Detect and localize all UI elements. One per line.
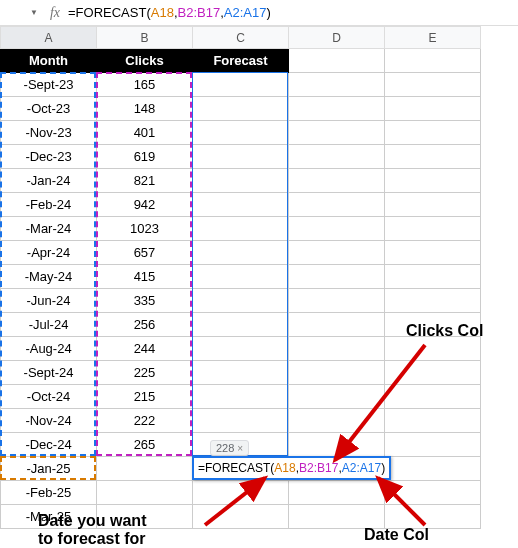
cell[interactable] [385,361,481,385]
cell[interactable] [289,217,385,241]
cell-clicks[interactable]: 222 [97,409,193,433]
col-header-b[interactable]: B [97,27,193,49]
cell[interactable] [289,433,385,457]
cell[interactable] [289,505,385,529]
cell[interactable] [289,337,385,361]
col-header-d[interactable]: D [289,27,385,49]
cell[interactable] [289,73,385,97]
cell-clicks[interactable]: 415 [97,265,193,289]
cell[interactable] [385,433,481,457]
cell[interactable] [385,241,481,265]
cell-clicks[interactable]: 619 [97,145,193,169]
cell-clicks[interactable]: 165 [97,73,193,97]
cell-month[interactable]: -Aug-24 [1,337,97,361]
cell-month[interactable]: -Oct-24 [1,385,97,409]
cell-clicks[interactable]: 244 [97,337,193,361]
cell-month[interactable]: -Apr-24 [1,241,97,265]
cell-forecast[interactable] [193,97,289,121]
cell[interactable] [385,457,481,481]
cell[interactable] [385,505,481,529]
formula-bar-input[interactable]: =FORECAST(A18,B2:B17,A2:A17) [68,5,271,20]
header-month[interactable]: Month [1,49,97,73]
cell-month[interactable]: -Dec-24 [1,433,97,457]
cell-clicks[interactable]: 225 [97,361,193,385]
cell[interactable] [289,241,385,265]
cell-forecast[interactable] [193,409,289,433]
cell[interactable] [385,121,481,145]
cell-clicks[interactable] [97,457,193,481]
cell[interactable] [289,481,385,505]
cell[interactable] [289,169,385,193]
cell-month[interactable]: -Jan-25 [1,457,97,481]
cell-clicks[interactable]: 821 [97,169,193,193]
cell[interactable] [385,289,481,313]
cell-forecast[interactable] [193,193,289,217]
cell[interactable] [289,193,385,217]
cell[interactable] [289,289,385,313]
cell-month[interactable]: -Jan-24 [1,169,97,193]
cell-forecast[interactable] [193,481,289,505]
cell-forecast[interactable] [193,217,289,241]
cell-clicks[interactable]: 401 [97,121,193,145]
cell-month[interactable]: -Sept-24 [1,361,97,385]
cell-forecast[interactable] [193,337,289,361]
cell-forecast[interactable] [193,361,289,385]
cell-forecast[interactable] [193,241,289,265]
cell-clicks[interactable]: 256 [97,313,193,337]
cell[interactable] [385,145,481,169]
cell[interactable] [385,385,481,409]
cell[interactable] [385,265,481,289]
cell-forecast[interactable] [193,121,289,145]
cell[interactable] [289,121,385,145]
cell[interactable] [385,169,481,193]
cell-month[interactable]: -Jul-24 [1,313,97,337]
cell-month[interactable]: -May-24 [1,265,97,289]
cell-month[interactable]: -Feb-25 [1,481,97,505]
cell[interactable] [289,265,385,289]
cell-clicks[interactable]: 215 [97,385,193,409]
cell[interactable] [289,313,385,337]
cell[interactable] [385,409,481,433]
cell-forecast[interactable] [193,73,289,97]
cell-forecast[interactable] [193,265,289,289]
cell[interactable] [289,145,385,169]
cell-month[interactable]: -Dec-23 [1,145,97,169]
cell[interactable] [385,73,481,97]
cell-forecast[interactable] [193,289,289,313]
dropdown-icon[interactable]: ▼ [30,8,38,17]
cell-forecast[interactable] [193,505,289,529]
cell-month[interactable]: -Nov-24 [1,409,97,433]
close-icon[interactable]: × [237,443,243,454]
cell[interactable] [289,409,385,433]
col-header-e[interactable]: E [385,27,481,49]
cell-clicks[interactable]: 335 [97,289,193,313]
header-clicks[interactable]: Clicks [97,49,193,73]
cell[interactable] [385,97,481,121]
cell-clicks[interactable]: 1023 [97,217,193,241]
cell-month[interactable]: -Jun-24 [1,289,97,313]
cell-clicks[interactable]: 265 [97,433,193,457]
cell[interactable] [385,193,481,217]
cell[interactable] [385,217,481,241]
cell-clicks[interactable]: 942 [97,193,193,217]
cell-month[interactable]: -Sept-23 [1,73,97,97]
cell[interactable] [289,361,385,385]
cell[interactable] [385,481,481,505]
cell-clicks[interactable]: 657 [97,241,193,265]
cell[interactable] [289,385,385,409]
col-header-a[interactable]: A [1,27,97,49]
cell-month[interactable]: -Nov-23 [1,121,97,145]
cell-clicks[interactable] [97,481,193,505]
cell[interactable] [289,97,385,121]
cell[interactable] [385,337,481,361]
cell-clicks[interactable]: 148 [97,97,193,121]
col-header-c[interactable]: C [193,27,289,49]
cell-forecast[interactable] [193,169,289,193]
header-forecast[interactable]: Forecast [193,49,289,73]
cell-month[interactable]: -Mar-24 [1,217,97,241]
cell-month[interactable]: -Feb-24 [1,193,97,217]
cell-forecast[interactable] [193,313,289,337]
cell-month[interactable]: -Oct-23 [1,97,97,121]
cell-editor[interactable]: =FORECAST(A18,B2:B17,A2:A17) [192,456,391,480]
cell-forecast[interactable] [193,385,289,409]
